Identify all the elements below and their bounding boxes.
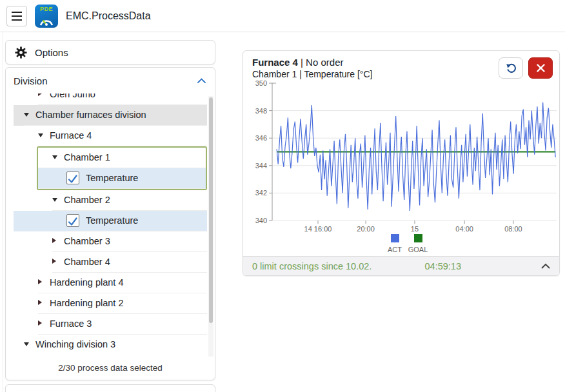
tree-item-hardening-plant-2[interactable]: Hardening plant 2 xyxy=(14,293,207,314)
svg-text:340: 340 xyxy=(255,217,267,224)
menu-button[interactable] xyxy=(6,6,27,26)
division-tree: Ofen JumoChamber furnaces divisionFurnac… xyxy=(6,93,215,354)
collapse-arrow-icon[interactable] xyxy=(52,155,57,159)
tree-item-label: Hardening plant 4 xyxy=(50,277,123,288)
chevron-up-icon xyxy=(541,263,550,269)
tree-item-furnace-3[interactable]: Furnace 3 xyxy=(14,314,207,335)
top-bar: PDE EMC.ProcessData xyxy=(0,0,565,32)
tree-scrollbar-thumb[interactable] xyxy=(209,97,213,323)
close-chart-button[interactable] xyxy=(528,57,553,79)
svg-text:14 16:00: 14 16:00 xyxy=(304,225,332,233)
tree-item-temperature[interactable]: Temperature xyxy=(14,211,207,231)
chart-title-order: | No order xyxy=(298,57,344,68)
selection-count: 2/30 process data selected xyxy=(6,354,215,380)
left-gutter-line xyxy=(3,32,3,392)
expand-arrow-icon[interactable] xyxy=(38,320,42,326)
app-logo-icon: PDE xyxy=(35,5,58,28)
svg-text:348: 348 xyxy=(255,107,267,115)
svg-text:20:00: 20:00 xyxy=(357,225,375,233)
tree-item-temperature[interactable]: Temperature xyxy=(38,168,206,189)
tree-item-label: Chamber 3 xyxy=(64,236,110,246)
tree-item-label: Temperature xyxy=(86,173,138,183)
tree-item-winching-division-3[interactable]: Winching division 3 xyxy=(14,335,207,354)
svg-text:ACT: ACT xyxy=(388,246,402,253)
timer-text: 04:59:13 xyxy=(425,261,461,271)
svg-text:GOAL: GOAL xyxy=(408,246,428,253)
division-panel: Division Ofen JumoChamber furnaces divis… xyxy=(5,67,215,380)
expand-arrow-icon[interactable] xyxy=(52,238,56,243)
gear-icon xyxy=(15,46,27,59)
tree-item-label: Chamber 4 xyxy=(64,257,110,267)
tree-item-chamber-1[interactable]: Chamber 1 xyxy=(38,148,206,168)
main-area: Options Division Ofen JumoChamber furnac… xyxy=(0,32,565,392)
checkmark-icon xyxy=(67,173,79,185)
svg-text:15: 15 xyxy=(411,225,419,233)
svg-text:04:00: 04:00 xyxy=(455,225,473,233)
tree-item-chamber-2[interactable]: Chamber 2 xyxy=(14,190,207,211)
expand-arrow-icon[interactable] xyxy=(52,259,56,264)
svg-text:08:00: 08:00 xyxy=(504,225,522,233)
tree-item-label: Chamber 2 xyxy=(64,195,110,205)
tree-item-label: Chamber furnaces division xyxy=(35,110,146,120)
tree-item-label: Ofen Jumo xyxy=(50,93,95,99)
limit-crossings-text: 0 limit crossings since 10.02. xyxy=(252,261,372,271)
close-icon xyxy=(537,64,545,72)
temperature-chart[interactable]: 34034234434634835014 16:0020:001504:0008… xyxy=(248,81,559,256)
tree-item-label: Furnace 3 xyxy=(50,318,92,329)
tree-item-label: Furnace 4 xyxy=(50,130,92,141)
chart-card: Furnace 4 | No order Chamber 1 | Tempera… xyxy=(243,50,560,276)
tree-item-label: Temperature xyxy=(86,215,138,226)
options-label: Options xyxy=(35,47,68,58)
svg-text:350: 350 xyxy=(255,81,267,87)
tree-item-label: Hardening plant 2 xyxy=(50,298,123,308)
options-panel[interactable]: Options xyxy=(5,40,215,64)
selected-item-outline: Chamber 1Temperature xyxy=(37,146,207,190)
svg-text:342: 342 xyxy=(255,189,267,197)
tree-item-chamber-3[interactable]: Chamber 3 xyxy=(14,231,207,252)
tree-item-chamber-4[interactable]: Chamber 4 xyxy=(14,252,207,273)
temperature-checkbox[interactable] xyxy=(66,214,79,227)
tree-item-furnace-4[interactable]: Furnace 4 xyxy=(14,126,207,146)
checkmark-icon xyxy=(67,216,79,228)
collapse-status-button[interactable] xyxy=(541,263,550,269)
tree-item-hardening-plant-4[interactable]: Hardening plant 4 xyxy=(14,273,207,293)
division-header[interactable]: Division xyxy=(6,68,215,93)
collapse-arrow-icon[interactable] xyxy=(24,342,29,346)
expand-arrow-icon[interactable] xyxy=(38,93,42,96)
collapse-arrow-icon[interactable] xyxy=(52,198,57,202)
tree-item-label: Winching division 3 xyxy=(35,339,115,349)
gauge-icon xyxy=(39,16,54,26)
chevron-up-icon xyxy=(197,78,206,83)
chart-buttons xyxy=(499,57,553,79)
svg-text:346: 346 xyxy=(255,134,267,142)
expand-arrow-icon[interactable] xyxy=(38,279,42,284)
temperature-checkbox[interactable] xyxy=(66,172,79,184)
next-panel-partial xyxy=(5,384,215,392)
expand-arrow-icon[interactable] xyxy=(38,300,42,305)
undo-icon xyxy=(506,63,517,73)
tree-item-label: Chamber 1 xyxy=(64,152,110,162)
collapse-arrow-icon[interactable] xyxy=(38,133,43,137)
chart-status-bar: 0 limit crossings since 10.02. 04:59:13 xyxy=(243,256,559,275)
undo-zoom-button[interactable] xyxy=(499,57,523,79)
svg-text:344: 344 xyxy=(255,162,267,170)
chart-title-furnace: Furnace 4 xyxy=(252,57,298,68)
division-title: Division xyxy=(14,75,48,86)
app-title: EMC.ProcessData xyxy=(66,10,151,22)
tree-item-ofen-jumo[interactable]: Ofen Jumo xyxy=(14,93,207,105)
tree-item-chamber-furnaces-division[interactable]: Chamber furnaces division xyxy=(14,105,207,126)
collapse-arrow-icon[interactable] xyxy=(24,113,29,117)
